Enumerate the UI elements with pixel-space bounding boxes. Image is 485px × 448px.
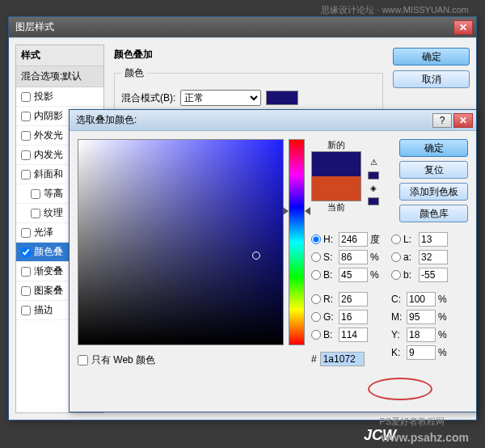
checkbox[interactable]: [21, 306, 31, 315]
l-label: L:: [403, 234, 416, 245]
color-picker-title: 选取叠加颜色:: [73, 113, 431, 127]
watermark-bottom2: PS爱好者教程网: [379, 416, 445, 428]
l-radio[interactable]: [391, 235, 401, 244]
checkbox[interactable]: [21, 286, 31, 296]
web-only-label: 只有 Web 颜色: [91, 353, 155, 367]
color-swatch[interactable]: [266, 91, 298, 105]
checkbox[interactable]: [31, 209, 40, 218]
y-label: Y:: [391, 329, 404, 340]
bb-radio[interactable]: [311, 330, 321, 340]
close-button[interactable]: ✕: [453, 113, 473, 128]
hex-label: #: [311, 353, 317, 365]
c-label: C:: [391, 294, 404, 305]
bb-label: B:: [323, 329, 336, 340]
ok-button[interactable]: 确定: [399, 139, 468, 157]
m-label: M:: [391, 311, 404, 323]
y-input[interactable]: [407, 328, 436, 342]
watermark-bottom: www.psahz.com: [382, 431, 469, 444]
b-input[interactable]: [339, 268, 368, 282]
lab-b-input[interactable]: [419, 268, 448, 282]
s-input[interactable]: [339, 250, 368, 264]
blend-mode-label: 混合模式(B):: [121, 91, 175, 105]
new-color: [312, 152, 361, 176]
help-button[interactable]: ?: [432, 113, 452, 128]
bb-input[interactable]: [339, 328, 368, 342]
close-button[interactable]: ✕: [453, 20, 473, 35]
s-radio[interactable]: [311, 252, 321, 262]
color-picker-titlebar[interactable]: 选取叠加颜色: ? ✕: [70, 110, 476, 131]
b-radio[interactable]: [311, 270, 321, 280]
hue-arrow-icon: [283, 207, 289, 215]
layer-style-titlebar[interactable]: 图层样式 ✕: [9, 17, 476, 38]
checkbox[interactable]: [21, 131, 31, 141]
h-input[interactable]: [339, 232, 368, 247]
watermark-top: 思缘设计论坛 · www.MISSYUAN.com: [321, 4, 469, 16]
g-label: G:: [323, 311, 336, 323]
k-input[interactable]: [407, 345, 436, 360]
cancel-button[interactable]: 取消: [393, 70, 470, 88]
sidebar-subheader[interactable]: 混合选项:默认: [16, 66, 103, 87]
hue-arrow-icon: [305, 207, 310, 215]
g-radio[interactable]: [311, 312, 321, 322]
checkbox[interactable]: [21, 228, 31, 238]
add-swatch-button[interactable]: 添加到色板: [399, 183, 468, 201]
layer-style-title: 图层样式: [12, 20, 452, 34]
checkbox[interactable]: [21, 150, 31, 160]
checkbox[interactable]: [21, 247, 31, 257]
blend-mode-select[interactable]: 正常: [180, 90, 261, 106]
h-radio[interactable]: [311, 235, 321, 244]
b-label: B:: [323, 269, 336, 281]
h-label: H:: [323, 234, 336, 245]
checkbox[interactable]: [21, 267, 31, 277]
a-label: a:: [403, 251, 416, 263]
checkbox[interactable]: [21, 170, 31, 180]
lab-b-radio[interactable]: [391, 270, 401, 280]
warning-icon[interactable]: ⚠: [368, 157, 379, 168]
hue-slider[interactable]: [289, 139, 305, 345]
color-picker-dialog: 选取叠加颜色: ? ✕ 只有 Web 颜色 新的: [69, 109, 477, 412]
section-title: 颜色叠加: [114, 48, 383, 61]
current-color[interactable]: [312, 176, 361, 201]
color-field[interactable]: [78, 139, 284, 345]
lab-b-label: b:: [403, 269, 416, 281]
a-input[interactable]: [419, 250, 448, 264]
m-input[interactable]: [407, 310, 436, 324]
web-only-checkbox[interactable]: [78, 355, 88, 366]
ok-button[interactable]: 确定: [393, 48, 470, 66]
r-radio[interactable]: [311, 294, 321, 304]
fieldset-legend: 颜色: [121, 66, 147, 80]
l-input[interactable]: [419, 232, 448, 247]
s-label: S:: [323, 251, 336, 263]
new-label: 新的: [327, 139, 345, 151]
checkbox[interactable]: [31, 189, 40, 199]
c-input[interactable]: [407, 292, 436, 306]
color-field-cursor: [252, 251, 260, 260]
g-input[interactable]: [339, 310, 368, 324]
cube-icon[interactable]: ◈: [368, 183, 379, 194]
hex-input[interactable]: [320, 352, 365, 366]
websafe-color-swatch[interactable]: [368, 197, 379, 205]
sidebar-header: 样式: [16, 45, 103, 66]
checkbox[interactable]: [21, 112, 31, 121]
color-lib-button[interactable]: 颜色库: [399, 205, 468, 222]
nearest-color-swatch[interactable]: [368, 171, 379, 180]
r-label: R:: [323, 294, 336, 305]
r-input[interactable]: [339, 292, 368, 306]
checkbox[interactable]: [21, 92, 31, 102]
color-preview: [311, 151, 361, 201]
style-item-shadow[interactable]: 投影: [16, 87, 103, 107]
k-label: K:: [391, 347, 404, 358]
a-radio[interactable]: [391, 252, 401, 262]
reset-button[interactable]: 复位: [399, 161, 468, 179]
current-label: 当前: [327, 201, 345, 213]
